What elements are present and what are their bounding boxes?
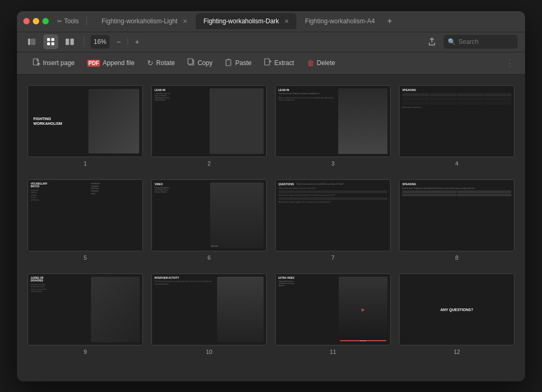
pages-area: FIGHTINGWORKAHOLISM 1 LEAD-IN (17, 75, 525, 381)
page-item-5[interactable]: VOCABULARYMATCH workaholicaddictionovert… (28, 179, 143, 261)
share-button[interactable] (424, 34, 439, 49)
svg-rect-1 (31, 39, 35, 45)
page-num-9: 9 (84, 349, 87, 355)
extract-label: Extract (274, 59, 294, 67)
rotate-button[interactable]: ↻ Rotate (142, 56, 180, 70)
page-thumb-4: SPEAKING (399, 85, 514, 157)
page-num-12: 12 (454, 349, 460, 355)
insert-page-label: Insert page (43, 59, 75, 67)
page-thumb-3: LEAD-IN "If we love our work, that doesn… (275, 85, 391, 157)
pages-grid: FIGHTINGWORKAHOLISM 1 LEAD-IN (28, 85, 514, 355)
search-input[interactable] (458, 38, 511, 45)
page-thumb-10: INTERVIEW ACTIVITY We will partner and t… (151, 274, 267, 345)
add-tab-button[interactable]: + (383, 15, 396, 28)
maximize-button[interactable] (42, 18, 49, 24)
sidebar-toggle-button[interactable] (24, 34, 39, 49)
page-thumb-6: VIDEO Fighting Workaholism:You're More T… (151, 179, 267, 251)
page-num-11: 11 (330, 349, 336, 355)
paste-icon (225, 58, 232, 68)
svg-rect-10 (188, 59, 193, 64)
extract-icon (264, 58, 272, 68)
page-item-8[interactable]: SPEAKING Read the quote. Explain each an… (399, 179, 514, 261)
minimize-button[interactable] (33, 18, 39, 24)
svg-rect-3 (51, 38, 55, 41)
search-icon: 🔍 (448, 38, 456, 45)
tab-2[interactable]: Fighting-workaholism-Dark ✕ (196, 13, 296, 29)
toolbar-divider-1 (84, 37, 84, 47)
svg-rect-6 (66, 39, 69, 45)
page-item-11[interactable]: EXTRA VIDEO Fighting Workaholism:You Are… (275, 274, 391, 355)
copy-label: Copy (197, 59, 212, 67)
delete-button[interactable]: 🗑 Delete (302, 56, 341, 70)
main-window: ✂ Tools Fighting-workaholism-Light ✕ Fig… (17, 11, 525, 381)
zoom-control: 16% (91, 35, 110, 49)
page-thumb-1: FIGHTINGWORKAHOLISM (28, 85, 143, 157)
zoom-plus-button[interactable]: + (132, 37, 142, 47)
search-box[interactable]: 🔍 (444, 35, 518, 49)
insert-page-icon (33, 58, 40, 68)
tab-3[interactable]: Fighting-workaholism-A4 (297, 13, 382, 29)
page-item-10[interactable]: INTERVIEW ACTIVITY We will partner and t… (151, 274, 267, 355)
svg-rect-2 (47, 38, 50, 41)
page-num-6: 6 (207, 254, 211, 261)
page-item-4[interactable]: SPEAKING (399, 85, 514, 167)
page-item-3[interactable]: LEAD-IN "If we love our work, that doesn… (275, 85, 391, 167)
zoom-minus-button[interactable]: − (114, 37, 123, 47)
page-num-7: 7 (331, 254, 335, 261)
tab2-close-icon[interactable]: ✕ (284, 18, 289, 25)
rotate-icon: ↻ (147, 59, 153, 67)
tabs-container: Fighting-workaholism-Light ✕ Fighting-wo… (94, 13, 519, 29)
page-item-9[interactable]: AGREE ORDISAGREE Statement one aboutwork… (28, 274, 143, 355)
append-file-button[interactable]: PDF Append file (82, 57, 140, 69)
delete-label: Delete (317, 59, 336, 67)
tools-label: ✂ Tools (57, 17, 79, 25)
page-thumb-5: VOCABULARYMATCH workaholicaddictionovert… (28, 179, 143, 251)
page-num-1: 1 (84, 160, 87, 167)
page-num-3: 3 (331, 160, 335, 167)
toolbar-1: 16% − + 🔍 (17, 32, 525, 52)
overflow-menu-icon[interactable]: ⋮ (505, 57, 514, 69)
paste-button[interactable]: Paste (220, 56, 257, 70)
dual-page-button[interactable] (62, 34, 77, 49)
page-thumb-12: ANY QUESTIONS? (399, 274, 514, 345)
toolbar-2: Insert page PDF Append file ↻ Rotate Cop… (17, 52, 525, 75)
page-num-8: 8 (455, 254, 458, 261)
extract-button[interactable]: Extract (259, 56, 299, 70)
page-num-4: 4 (455, 160, 458, 167)
rotate-label: Rotate (156, 59, 175, 67)
copy-icon (187, 58, 195, 68)
page-thumb-2: LEAD-IN Lorem ipsum dolor sitamet consec… (151, 85, 267, 157)
page-item-2[interactable]: LEAD-IN Lorem ipsum dolor sitamet consec… (151, 85, 267, 167)
svg-rect-12 (265, 59, 269, 65)
insert-page-button[interactable]: Insert page (28, 56, 80, 71)
tab1-close-icon[interactable]: ✕ (183, 18, 187, 25)
grid-view-button[interactable] (43, 34, 58, 49)
page-thumb-8: SPEAKING Read the quote. Explain each an… (399, 179, 514, 251)
delete-icon: 🗑 (307, 59, 314, 67)
traffic-lights (23, 18, 49, 24)
append-file-label: Append file (103, 59, 134, 67)
page-item-1[interactable]: FIGHTINGWORKAHOLISM 1 (28, 85, 143, 167)
svg-rect-5 (51, 42, 55, 45)
page-thumb-9: AGREE ORDISAGREE Statement one aboutwork… (28, 274, 143, 345)
svg-rect-4 (47, 42, 50, 45)
page-thumb-7: QUESTIONS Why do many people become work… (275, 179, 391, 251)
page-item-12[interactable]: ANY QUESTIONS? 12 (399, 274, 514, 355)
paste-label: Paste (235, 59, 251, 67)
page-thumb-11: EXTRA VIDEO Fighting Workaholism:You Are… (275, 274, 391, 345)
svg-rect-11 (226, 60, 231, 66)
titlebar: ✂ Tools Fighting-workaholism-Light ✕ Fig… (17, 11, 525, 32)
svg-rect-0 (28, 39, 30, 45)
page-num-2: 2 (207, 160, 211, 167)
copy-button[interactable]: Copy (182, 56, 218, 70)
page-num-5: 5 (84, 254, 87, 261)
page-item-6[interactable]: VIDEO Fighting Workaholism:You're More T… (151, 179, 267, 261)
tab-1[interactable]: Fighting-workaholism-Light ✕ (94, 13, 195, 29)
page-item-7[interactable]: QUESTIONS Why do many people become work… (275, 179, 391, 261)
close-button[interactable] (23, 18, 30, 24)
append-file-icon: PDF (87, 60, 100, 67)
svg-rect-7 (70, 39, 74, 45)
page-num-10: 10 (206, 349, 212, 355)
